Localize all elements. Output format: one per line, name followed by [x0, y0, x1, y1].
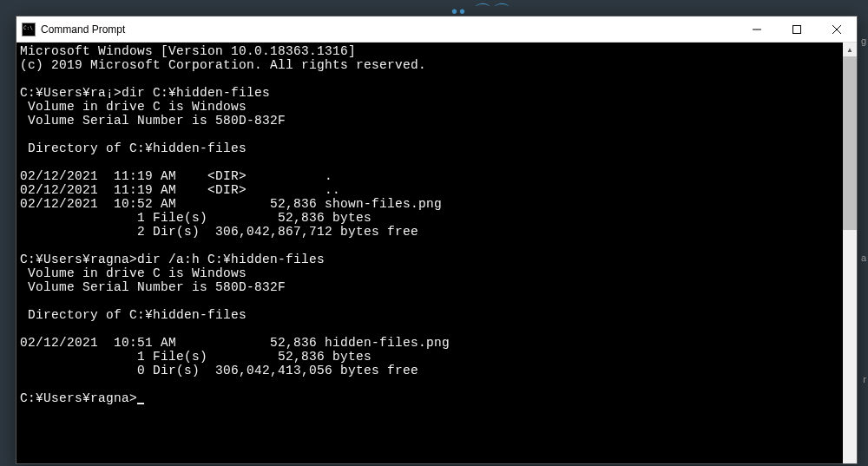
side-char-1: g	[861, 35, 866, 47]
output-line: Volume Serial Number is 580D-832F	[20, 114, 286, 128]
app-icon	[22, 23, 36, 36]
summary-line: 0 Dir(s) 306,042,413,056 bytes free	[20, 364, 418, 377]
scroll-up-arrow[interactable]: ▲	[843, 43, 857, 56]
prompt-line: C:¥Users¥ragna>dir /a:h C:¥hidden-files	[20, 253, 325, 266]
output-line: Volume in drive C is Windows	[20, 266, 247, 280]
output-line: Volume Serial Number is 580D-832F	[20, 280, 286, 294]
close-button[interactable]	[817, 16, 857, 42]
window-title: Command Prompt	[41, 23, 737, 36]
output-line: (c) 2019 Microsoft Corporation. All righ…	[20, 58, 426, 72]
dir-entry: 02/12/2021 11:19 AM <DIR> .	[20, 169, 332, 183]
titlebar[interactable]: Command Prompt	[16, 16, 857, 43]
svg-rect-1	[793, 25, 801, 33]
vertical-scrollbar[interactable]: ▲	[843, 43, 857, 463]
side-char-2: a	[861, 252, 866, 264]
output-line: Microsoft Windows [Version 10.0.18363.13…	[20, 44, 356, 58]
minimize-button[interactable]	[737, 16, 777, 42]
side-char-3: r	[863, 373, 866, 385]
dir-entry: 02/12/2021 11:19 AM <DIR> ..	[20, 183, 340, 197]
dir-entry: 02/12/2021 10:51 AM 52,836 hidden-files.…	[20, 336, 450, 350]
dir-entry: 02/12/2021 10:52 AM 52,836 shown-files.p…	[20, 197, 442, 211]
terminal-output[interactable]: Microsoft Windows [Version 10.0.18363.13…	[16, 43, 857, 463]
prompt-line: C:¥Users¥ra¡>dir C:¥hidden-files	[20, 86, 270, 100]
output-line: Directory of C:¥hidden-files	[20, 141, 247, 155]
output-line: Directory of C:¥hidden-files	[20, 308, 247, 322]
summary-line: 1 File(s) 52,836 bytes	[20, 211, 372, 225]
maximize-button[interactable]	[777, 16, 817, 42]
summary-line: 2 Dir(s) 306,042,867,712 bytes free	[20, 225, 418, 239]
prompt-line: C:¥Users¥ragna>	[20, 391, 137, 405]
command-prompt-window: Command Prompt Microsoft Windows [Versio…	[16, 16, 858, 464]
scroll-thumb[interactable]	[843, 56, 857, 230]
output-line: Volume in drive C is Windows	[20, 100, 247, 114]
summary-line: 1 File(s) 52,836 bytes	[20, 350, 372, 364]
window-controls	[737, 16, 857, 42]
cursor	[137, 403, 144, 404]
